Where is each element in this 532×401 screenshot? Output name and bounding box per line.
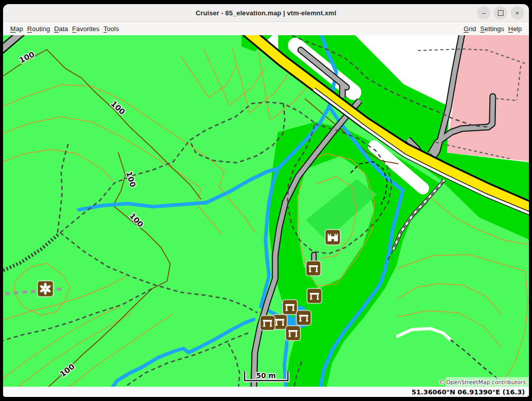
menu-tools[interactable]: Tools: [101, 25, 121, 33]
menu-routing[interactable]: Routing: [25, 25, 52, 33]
menu-bar: Map Routing Data Favorites Tools Grid Se…: [3, 22, 529, 35]
maximize-icon[interactable]: [494, 6, 507, 19]
map-attribution: © OpenStreetMap contributors: [439, 377, 529, 387]
title-bar[interactable]: Cruiser - 85_elevation.map | vtm-elemnt.…: [3, 4, 529, 22]
menu-help[interactable]: Help: [506, 25, 524, 33]
screen: { "window": { "title": "Cruiser - 85_ele…: [0, 0, 532, 401]
coordinates-readout: 51.36060°N 06.91390°E (16.3): [412, 388, 525, 396]
menu-grid[interactable]: Grid: [462, 25, 478, 33]
picnic-site-icon: [297, 311, 311, 325]
menu-favorites[interactable]: Favorites: [70, 25, 101, 33]
menu-data[interactable]: Data: [52, 25, 70, 33]
close-icon[interactable]: ×: [511, 6, 524, 19]
attribution-text: © OpenStreetMap contributors: [439, 379, 526, 386]
menu-map[interactable]: Map: [8, 25, 25, 33]
map-viewport[interactable]: 100 100 100 100 100: [3, 35, 529, 387]
map-canvas[interactable]: 100 100 100 100 100: [3, 35, 529, 387]
viewpoint-icon: [38, 281, 54, 297]
picnic-site-icon: [307, 289, 322, 304]
scale-label: 50 m: [256, 371, 276, 380]
window-controls: – ×: [477, 6, 524, 19]
app-window: Cruiser - 85_elevation.map | vtm-elemnt.…: [3, 4, 529, 397]
picnic-site-icon: [283, 300, 298, 315]
castle-icon: [325, 230, 340, 245]
picnic-site-icon: [306, 261, 321, 276]
picnic-site-icon: [286, 326, 301, 341]
minimize-icon[interactable]: –: [477, 6, 490, 19]
window-title: Cruiser - 85_elevation.map | vtm-elemnt.…: [196, 9, 336, 17]
status-bar: 51.36060°N 06.91390°E (16.3): [3, 387, 529, 397]
menu-settings[interactable]: Settings: [478, 25, 506, 33]
picnic-site-icon: [260, 316, 275, 331]
